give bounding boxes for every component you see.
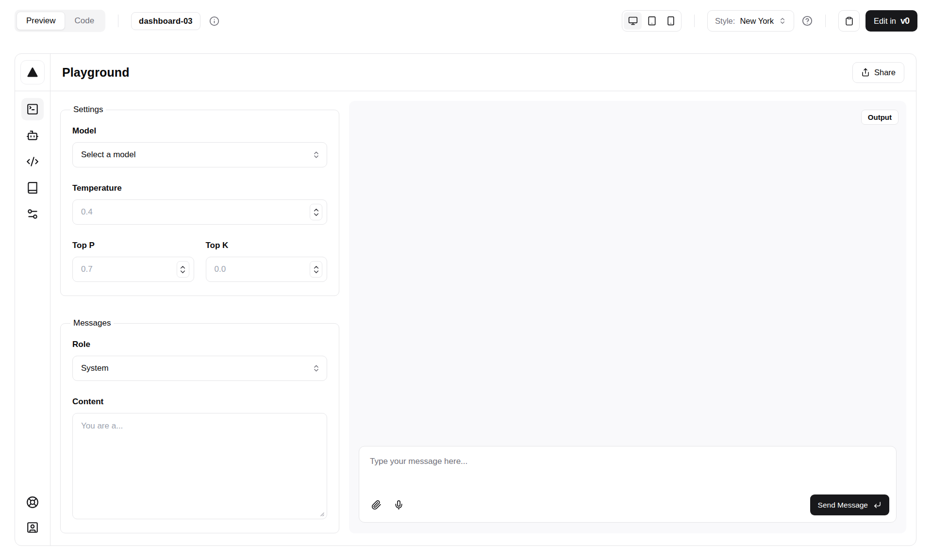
share-icon bbox=[861, 68, 870, 77]
settings-sliders-icon bbox=[26, 208, 39, 220]
top-p-field: Top P bbox=[72, 241, 194, 282]
toolbar-divider bbox=[118, 15, 118, 27]
toolbar-divider bbox=[825, 15, 826, 27]
output-badge: Output bbox=[861, 110, 899, 125]
edit-in-v0-button[interactable]: Edit in v0 bbox=[865, 10, 917, 32]
bot-icon bbox=[26, 129, 39, 142]
role-field: Role System bbox=[72, 340, 327, 381]
top-p-label: Top P bbox=[72, 241, 194, 250]
style-select[interactable]: Style: New York bbox=[707, 10, 794, 32]
model-field: Model Select a model bbox=[72, 126, 327, 167]
help-circle-icon bbox=[802, 16, 813, 26]
top-k-field: Top K bbox=[206, 241, 328, 282]
main: Settings Model Select a model bbox=[50, 91, 916, 545]
role-label: Role bbox=[72, 340, 327, 349]
content-area: Playground Share Settings Model bbox=[50, 54, 916, 545]
number-stepper[interactable] bbox=[310, 204, 322, 220]
role-select-value: System bbox=[81, 363, 109, 373]
sidebar-item-models[interactable] bbox=[21, 124, 44, 147]
attach-file-button[interactable] bbox=[367, 496, 385, 514]
preview-code-tabs: Preview Code bbox=[15, 10, 105, 32]
sidebar-header bbox=[15, 54, 50, 91]
info-icon bbox=[209, 16, 219, 26]
book-icon bbox=[26, 181, 39, 194]
chevrons-up-down-icon bbox=[312, 364, 320, 373]
send-message-button[interactable]: Send Message bbox=[810, 494, 889, 515]
number-stepper[interactable] bbox=[310, 261, 322, 278]
content-field: Content bbox=[72, 397, 327, 519]
tab-code[interactable]: Code bbox=[65, 12, 103, 30]
user-square-icon bbox=[26, 521, 39, 534]
toolbar-divider bbox=[694, 15, 695, 27]
sidebar-item-help[interactable] bbox=[21, 491, 44, 513]
tablet-toggle-button[interactable] bbox=[643, 12, 661, 30]
model-select-value: Select a model bbox=[81, 150, 135, 160]
life-buoy-icon bbox=[26, 496, 39, 509]
sidebar-item-api[interactable] bbox=[21, 150, 44, 173]
top-p-top-k-row: Top P Top K bbox=[72, 241, 327, 282]
model-select[interactable]: Select a model bbox=[72, 142, 327, 167]
toolbar-right: Style: New York bbox=[622, 10, 917, 32]
copy-code-button[interactable] bbox=[838, 10, 860, 32]
chevrons-up-down-icon bbox=[779, 17, 786, 25]
temperature-field: Temperature bbox=[72, 183, 327, 225]
page-header: Playground Share bbox=[50, 54, 916, 91]
device-toggle-group bbox=[622, 10, 682, 32]
settings-fieldset: Settings Model Select a model bbox=[60, 105, 339, 296]
number-stepper[interactable] bbox=[177, 261, 189, 278]
share-button[interactable]: Share bbox=[852, 62, 904, 83]
role-select[interactable]: System bbox=[72, 356, 327, 381]
messages-legend: Messages bbox=[70, 318, 114, 328]
smartphone-icon bbox=[666, 16, 676, 26]
project-badge: dashboard-03 bbox=[131, 12, 200, 30]
sidebar-footer bbox=[21, 491, 44, 545]
temperature-label: Temperature bbox=[72, 183, 327, 193]
desktop-toggle-button[interactable] bbox=[624, 12, 642, 30]
top-p-input[interactable] bbox=[81, 264, 185, 274]
edit-in-v0-label: Edit in bbox=[874, 16, 896, 26]
home-logo-button[interactable] bbox=[20, 60, 45, 84]
microphone-button[interactable] bbox=[389, 496, 408, 514]
paperclip-icon bbox=[371, 500, 382, 510]
top-k-input[interactable] bbox=[215, 264, 319, 274]
share-button-label: Share bbox=[874, 68, 896, 77]
app-frame: Playground Share Settings Model bbox=[15, 53, 916, 546]
composer-actions: Send Message bbox=[362, 494, 893, 519]
message-input[interactable] bbox=[362, 449, 893, 494]
sidebar bbox=[15, 54, 50, 545]
sidebar-item-playground[interactable] bbox=[21, 98, 44, 120]
content-textarea[interactable] bbox=[72, 413, 327, 519]
code-icon bbox=[26, 155, 39, 168]
square-terminal-icon bbox=[26, 103, 39, 115]
send-message-label: Send Message bbox=[818, 501, 868, 510]
clipboard-icon bbox=[845, 16, 854, 26]
sidebar-item-account[interactable] bbox=[21, 516, 44, 539]
message-composer: Send Message bbox=[359, 446, 897, 523]
settings-legend: Settings bbox=[70, 105, 106, 115]
messages-fieldset: Messages Role System bbox=[60, 318, 339, 533]
chevrons-up-down-icon bbox=[312, 151, 320, 159]
tablet-icon bbox=[647, 16, 657, 26]
tab-preview[interactable]: Preview bbox=[17, 12, 65, 30]
mobile-toggle-button[interactable] bbox=[662, 12, 680, 30]
triangle-logo-icon bbox=[26, 66, 39, 79]
style-select-value: New York bbox=[740, 16, 774, 26]
top-toolbar: Preview Code dashboard-03 bbox=[0, 0, 932, 42]
top-k-label: Top K bbox=[206, 241, 328, 250]
monitor-icon bbox=[628, 16, 638, 26]
info-button[interactable] bbox=[209, 16, 219, 26]
mic-icon bbox=[394, 500, 404, 510]
sidebar-item-settings[interactable] bbox=[21, 203, 44, 225]
settings-column: Settings Model Select a model bbox=[60, 101, 339, 533]
sidebar-nav bbox=[21, 91, 44, 491]
output-panel: Output bbox=[349, 101, 906, 533]
style-select-label: Style: bbox=[715, 16, 735, 26]
help-button[interactable] bbox=[802, 16, 813, 26]
model-label: Model bbox=[72, 126, 327, 136]
page-title: Playground bbox=[62, 66, 130, 80]
v0-logo-icon: v0 bbox=[900, 16, 909, 26]
corner-down-left-icon bbox=[873, 501, 882, 509]
content-label: Content bbox=[72, 397, 327, 407]
temperature-input[interactable] bbox=[81, 207, 318, 217]
sidebar-item-documentation[interactable] bbox=[21, 177, 44, 199]
